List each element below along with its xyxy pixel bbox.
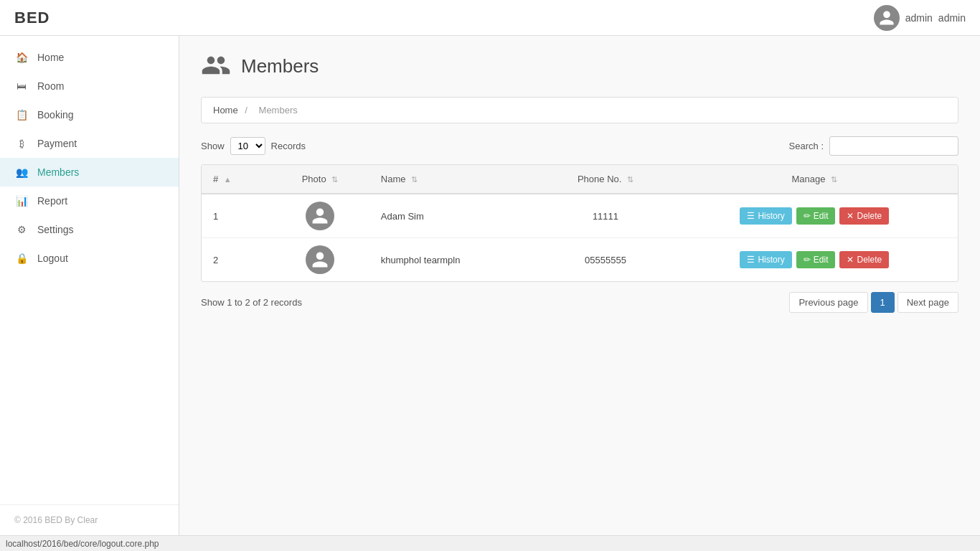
sidebar-nav: 🏠 Home 🛏 Room 📋 Booking ₿ Payment 👥 xyxy=(0,36,179,504)
payment-icon: ₿ xyxy=(14,138,29,149)
table-row: 1 Adam Sim 11111 ☰ History xyxy=(202,194,958,238)
history-icon-1: ☰ xyxy=(747,255,755,265)
col-name: Name ⇅ xyxy=(369,165,540,194)
sidebar-item-home-label: Home xyxy=(37,52,64,63)
avatar-icon-1 xyxy=(311,250,329,269)
breadcrumb: Home / Members xyxy=(201,97,958,123)
history-button-1[interactable]: ☰ History xyxy=(740,251,791,268)
edit-icon-1: ✏ xyxy=(804,255,811,265)
records-select[interactable]: 10 25 50 xyxy=(230,137,265,155)
sidebar-item-room-label: Room xyxy=(37,80,64,92)
cell-number-0: 1 xyxy=(202,194,270,238)
user-info: admin admin xyxy=(874,5,966,31)
breadcrumb-current: Members xyxy=(259,105,298,116)
col-photo: Photo ⇅ xyxy=(270,165,369,194)
edit-button-0[interactable]: ✏ Edit xyxy=(796,207,836,225)
sidebar-item-booking[interactable]: 📋 Booking xyxy=(0,100,179,129)
cell-number-1: 2 xyxy=(202,238,270,282)
sidebar-footer: © 2016 BED By Clear xyxy=(0,504,179,535)
content-area: Members Home / Members Show 10 25 50 Rec… xyxy=(179,36,980,535)
avatar-cell-1 xyxy=(282,245,358,274)
person-icon xyxy=(878,9,895,27)
cell-manage-0: ☰ History ✏ Edit ✕ Delete xyxy=(672,194,958,238)
previous-page-button[interactable]: Previous page xyxy=(789,292,867,313)
status-bar: localhost/2016/bed/core/logout.core.php xyxy=(0,535,980,551)
members-page-icon xyxy=(201,50,231,83)
sidebar-item-payment[interactable]: ₿ Payment xyxy=(0,129,179,158)
col-phone: Phone No. ⇅ xyxy=(540,165,671,194)
sort-icon-photo: ⇅ xyxy=(331,175,338,184)
table-body: 1 Adam Sim 11111 ☰ History xyxy=(202,194,958,281)
edit-icon-0: ✏ xyxy=(804,211,811,221)
search-label: Search : xyxy=(789,141,824,151)
delete-button-1[interactable]: ✕ Delete xyxy=(839,251,889,268)
page-title: Members xyxy=(241,55,319,77)
sidebar-item-report-label: Report xyxy=(37,195,67,207)
sort-icon-number: ▲ xyxy=(224,175,232,184)
settings-icon: ⚙ xyxy=(14,224,29,235)
app-container: BED admin admin 🏠 Home 🛏 Room xyxy=(0,0,980,551)
avatar-icon-0 xyxy=(311,207,329,225)
avatar-1 xyxy=(306,245,334,274)
breadcrumb-separator: / xyxy=(245,105,248,116)
edit-button-1[interactable]: ✏ Edit xyxy=(796,251,836,268)
delete-button-0[interactable]: ✕ Delete xyxy=(839,207,889,225)
search-input[interactable] xyxy=(829,136,958,156)
delete-icon-0: ✕ xyxy=(847,211,854,221)
pagination-info: Show 1 to 2 of 2 records xyxy=(201,297,302,308)
cell-photo-1 xyxy=(270,238,369,282)
sort-icon-name: ⇅ xyxy=(411,175,418,184)
sort-icon-manage: ⇅ xyxy=(831,175,837,184)
history-icon-0: ☰ xyxy=(747,211,755,221)
table-header-row: # ▲ Photo ⇅ Name ⇅ xyxy=(202,165,958,194)
sidebar-item-members[interactable]: 👥 Members xyxy=(0,158,179,187)
top-bar: BED admin admin xyxy=(0,0,980,36)
sidebar-item-room[interactable]: 🛏 Room xyxy=(0,72,179,100)
sidebar-item-logout[interactable]: 🔒 Logout xyxy=(0,244,179,273)
page-header: Members xyxy=(201,50,958,83)
sidebar-item-payment-label: Payment xyxy=(37,138,77,149)
action-buttons-0: ☰ History ✏ Edit ✕ Delete xyxy=(683,207,946,225)
cell-phone-1: 05555555 xyxy=(540,238,671,282)
members-table: # ▲ Photo ⇅ Name ⇅ xyxy=(202,165,958,281)
show-label: Show xyxy=(201,141,225,151)
sidebar-item-booking-label: Booking xyxy=(37,109,74,121)
col-manage: Manage ⇅ xyxy=(672,165,958,194)
controls-row: Show 10 25 50 Records Search : xyxy=(201,136,958,156)
room-icon: 🛏 xyxy=(14,80,29,92)
status-url: localhost/2016/bed/core/logout.core.php xyxy=(6,539,159,549)
username: admin xyxy=(905,12,933,24)
pagination-controls: Previous page 1 Next page xyxy=(789,292,958,313)
cell-manage-1: ☰ History ✏ Edit ✕ Delete xyxy=(672,238,958,282)
sidebar-item-settings-label: Settings xyxy=(37,224,74,235)
next-page-button[interactable]: Next page xyxy=(897,292,958,313)
action-buttons-1: ☰ History ✏ Edit ✕ Delete xyxy=(683,251,946,268)
col-number: # ▲ xyxy=(202,165,270,194)
sort-icon-phone: ⇅ xyxy=(627,175,633,184)
cell-name-1: khumphol tearmpln xyxy=(369,238,540,282)
records-label: Records xyxy=(271,141,306,151)
home-icon: 🏠 xyxy=(14,52,29,63)
sidebar-item-settings[interactable]: ⚙ Settings xyxy=(0,215,179,244)
controls-right: Search : xyxy=(789,136,958,156)
app-logo: BED xyxy=(14,9,50,27)
sidebar-item-home[interactable]: 🏠 Home xyxy=(0,43,179,72)
current-page-button[interactable]: 1 xyxy=(871,292,895,313)
delete-icon-1: ✕ xyxy=(847,255,854,265)
sidebar-item-logout-label: Logout xyxy=(37,253,68,264)
history-button-0[interactable]: ☰ History xyxy=(740,207,791,225)
cell-photo-0 xyxy=(270,194,369,238)
sidebar: 🏠 Home 🛏 Room 📋 Booking ₿ Payment 👥 xyxy=(0,36,179,535)
members-table-wrapper: # ▲ Photo ⇅ Name ⇅ xyxy=(201,164,958,282)
sidebar-item-report[interactable]: 📊 Report xyxy=(0,187,179,215)
pagination-row: Show 1 to 2 of 2 records Previous page 1… xyxy=(201,292,958,313)
logout-icon: 🔒 xyxy=(14,253,29,264)
cell-phone-0: 11111 xyxy=(540,194,671,238)
avatar-cell-0 xyxy=(282,202,358,230)
avatar-0 xyxy=(306,202,334,230)
breadcrumb-home[interactable]: Home xyxy=(213,105,238,116)
table-row: 2 khumphol tearmpln 05555555 ☰ History xyxy=(202,238,958,282)
members-icon: 👥 xyxy=(14,166,29,178)
report-icon: 📊 xyxy=(14,195,29,207)
booking-icon: 📋 xyxy=(14,109,29,121)
